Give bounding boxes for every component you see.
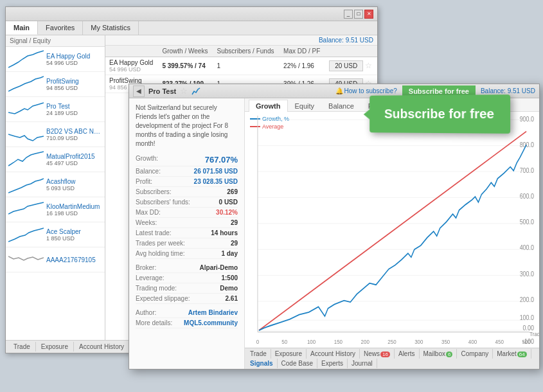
signal-name-9[interactable]: AAAA217679105 <box>46 256 102 263</box>
signal-info-8: Ace Scalper 1 850 USD <box>46 228 102 242</box>
chart-tab-equity[interactable]: Equity <box>288 100 322 112</box>
tab-favorites[interactable]: Favorites <box>38 21 83 35</box>
stat-balance-row: Balance: 26 071.58 USD <box>136 166 238 177</box>
detail-tab-journal[interactable]: Journal <box>348 359 377 368</box>
weeks-value: 29 <box>231 219 238 226</box>
favorite-star-1[interactable]: ☆ <box>365 61 372 70</box>
detail-balance: Balance: 9.51 USD <box>481 87 535 94</box>
list-item[interactable]: MatualProfit2015 45 497 USD <box>6 147 105 172</box>
subscribe-callout[interactable]: Subscribe for free <box>369 94 510 134</box>
bottom-tab-trade[interactable]: Trade <box>8 342 36 352</box>
maxdd-value: 30.12% <box>216 209 238 216</box>
back-button[interactable]: ◀ <box>133 85 145 97</box>
col-header-subscribers: Subscribers / Funds <box>213 46 280 57</box>
mini-chart-3 <box>8 100 44 119</box>
list-item[interactable]: Acashflow 5 093 USD <box>6 172 105 197</box>
list-item[interactable]: KlooMartinMedium 16 198 USD <box>6 197 105 222</box>
svg-text:900.0: 900.0 <box>520 115 535 123</box>
signal-name-1[interactable]: EA Happy Gold <box>46 53 102 60</box>
detail-tab-company[interactable]: Company <box>457 349 493 359</box>
signal-info-1: EA Happy Gold 54 996 USD <box>46 53 102 66</box>
chart-tab-balance[interactable]: Balance <box>321 100 361 112</box>
balance-label-main: Balance: 9.51 USD <box>319 37 373 44</box>
detail-tab-alerts[interactable]: Alerts <box>395 349 420 359</box>
tab-my-statistics[interactable]: My Statistics <box>83 21 139 35</box>
stat-growth-row: Growth: 767.07% <box>136 154 238 166</box>
trades-per-week-value: 29 <box>231 240 238 247</box>
svg-text:200.0: 200.0 <box>520 296 535 303</box>
chart-icon <box>191 87 200 96</box>
detail-tab-mailbox[interactable]: Mailbox6 <box>420 349 458 359</box>
list-item[interactable]: Pro Test 24 189 USD <box>6 97 105 122</box>
stat-maxdd-row: Max DD: 30.12% <box>136 208 238 218</box>
signal-info-4: B2D2 VS ABC NZ D 710.09 USD <box>46 128 102 141</box>
question-icon: 🔔 <box>335 87 343 94</box>
list-item[interactable]: EA Happy Gold 54 996 USD <box>6 47 105 72</box>
signal-name-5[interactable]: MatualProfit2015 <box>46 153 102 160</box>
subscribe-button-1[interactable]: 20 USD <box>329 60 363 71</box>
detail-favorite-star[interactable]: ☆ <box>180 86 188 96</box>
avg-holding-label: Avg holding time: <box>136 250 185 257</box>
detail-tab-experts[interactable]: Experts <box>317 359 348 368</box>
chart-tab-growth[interactable]: Growth <box>249 100 288 112</box>
bottom-tab-history[interactable]: Account History <box>74 342 130 352</box>
signal-value-5: 45 497 USD <box>46 160 102 166</box>
detail-right-panel: Growth Equity Balance Risks Distribution… <box>245 98 539 369</box>
detail-titlebar-left: ◀ Pro Test ☆ <box>133 85 200 97</box>
more-details-value[interactable]: MQL5.community <box>184 319 238 326</box>
bottom-tab-exposure[interactable]: Exposure <box>36 342 74 352</box>
slippage-value: 2.61 <box>226 295 238 302</box>
signal-name-4[interactable]: B2D2 VS ABC NZ D <box>46 128 102 135</box>
signal-name-7[interactable]: KlooMartinMedium <box>46 203 102 210</box>
signal-value-3: 24 189 USD <box>46 110 102 116</box>
tab-main[interactable]: Main <box>6 21 38 35</box>
table-topbar: Balance: 9.51 USD <box>105 35 377 46</box>
trading-mode-value: Demo <box>220 285 238 292</box>
svg-text:500.0: 500.0 <box>520 218 535 226</box>
list-item[interactable]: B2D2 VS ABC NZ D 710.09 USD <box>6 122 105 147</box>
detail-tab-exposure[interactable]: Exposure <box>271 349 307 359</box>
subfunds-value: 0 USD <box>219 199 238 206</box>
svg-text:350: 350 <box>441 338 450 345</box>
how-to-subscribe-link[interactable]: 🔔 How to subscribe? <box>335 87 397 94</box>
detail-tab-market[interactable]: Market64 <box>493 349 531 359</box>
col-header-growth: Growth / Weeks <box>158 46 213 57</box>
latest-trade-label: Latest trade: <box>136 229 172 236</box>
signal-name-2[interactable]: ProfitSwing <box>46 78 102 85</box>
list-item[interactable]: Ace Scalper 1 850 USD <box>6 222 105 247</box>
signal-cell-subs-1: 1 <box>213 57 280 75</box>
signal-name-3[interactable]: Pro Test <box>46 103 102 110</box>
svg-text:Trades: Trades <box>530 330 539 337</box>
how-to-label: How to subscribe? <box>344 87 397 94</box>
list-item[interactable]: AAAA217679105 <box>6 247 105 272</box>
stat-subfunds-row: Subscribers' funds: 0 USD <box>136 197 238 208</box>
signal-name-8[interactable]: Ace Scalper <box>46 228 102 235</box>
mini-chart-4 <box>8 125 44 144</box>
list-item[interactable]: ProfitSwing 94 856 USD <box>6 72 105 97</box>
minimize-button[interactable]: _ <box>344 10 353 19</box>
signal-info-6: Acashflow 5 093 USD <box>46 178 102 192</box>
detail-tab-history[interactable]: Account History <box>307 349 360 359</box>
detail-tab-signals[interactable]: Signals <box>246 359 278 368</box>
signal-info-5: MatualProfit2015 45 497 USD <box>46 153 102 166</box>
stat-latest-trade-row: Latest trade: 14 hours <box>136 228 238 238</box>
author-value[interactable]: Artem Bindariev <box>188 309 238 316</box>
svg-text:400: 400 <box>468 338 477 345</box>
detail-tab-codebase[interactable]: Code Base <box>278 359 317 368</box>
signal-info-7: KlooMartinMedium 16 198 USD <box>46 203 102 217</box>
subfunds-label: Subscribers' funds: <box>136 199 190 206</box>
signal-name-6[interactable]: Acashflow <box>46 178 102 185</box>
svg-text:100.0: 100.0 <box>520 314 535 321</box>
news-badge: 16 <box>380 352 390 357</box>
detail-tab-news[interactable]: News16 <box>360 349 395 359</box>
detail-tab-trade[interactable]: Trade <box>246 349 271 359</box>
subscribers-label: Subscribers: <box>136 188 172 195</box>
detail-left-panel: Not Switzerland but securely Friends let… <box>129 98 245 369</box>
maximize-button[interactable]: □ <box>354 10 363 19</box>
svg-text:450: 450 <box>495 338 504 345</box>
detail-tab-news-label: News <box>364 350 380 357</box>
svg-text:500: 500 <box>522 338 530 345</box>
signal-row-name-1[interactable]: EA Happy Gold <box>109 59 154 66</box>
signal-cell-name-1[interactable]: EA Happy Gold 54 996 USD <box>105 57 158 75</box>
close-button[interactable]: ✕ <box>364 10 373 19</box>
